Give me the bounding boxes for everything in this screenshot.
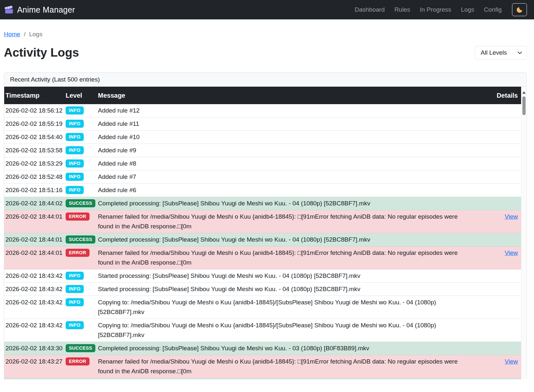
log-timestamp: 2026-02-02 18:56:12 xyxy=(4,104,64,117)
table-row: 2026-02-02 18:44:02 SUCCESS Completed pr… xyxy=(4,197,521,210)
nav-link-config[interactable]: Config xyxy=(484,6,502,13)
brand-label: Anime Manager xyxy=(17,5,75,15)
view-details-link[interactable]: View xyxy=(505,358,518,365)
log-message: Started processing: [SubsPlease] Shibou … xyxy=(97,269,466,283)
table-row: 2026-02-02 18:43:27 SUCCESS Completed pr… xyxy=(4,378,521,380)
log-message: Completed processing: [SubsPlease] Shibo… xyxy=(97,378,466,380)
level-badge: SUCCESS xyxy=(66,199,95,207)
level-badge: INFO xyxy=(66,106,84,114)
table-row: 2026-02-02 18:44:01 ERROR Renamer failed… xyxy=(4,210,521,233)
logs-table: Timestamp Level Message Details 2026-02-… xyxy=(4,87,521,379)
log-message: Copying to: /media/Shibou Yuugi de Meshi… xyxy=(97,319,466,342)
clapperboard-icon xyxy=(5,5,14,14)
level-badge: INFO xyxy=(66,285,84,293)
main-content: Home / Logs Activity Logs All Levels Rec… xyxy=(0,31,534,379)
log-timestamp: 2026-02-02 18:44:01 xyxy=(4,246,64,269)
table-row: 2026-02-02 18:43:42 INFO Started process… xyxy=(4,283,521,296)
log-message: Renamer failed for /media/Shibou Yuugi d… xyxy=(97,210,466,233)
table-scrollbar[interactable] xyxy=(521,87,527,379)
table-row: 2026-02-02 18:43:30 SUCCESS Completed pr… xyxy=(4,342,521,355)
log-message: Renamer failed for /media/Shibou Yuugi d… xyxy=(97,246,466,269)
level-badge: SUCCESS xyxy=(66,344,95,352)
title-row: Activity Logs All Levels xyxy=(4,46,527,60)
log-timestamp: 2026-02-02 18:44:01 xyxy=(4,210,64,233)
log-timestamp: 2026-02-02 18:43:42 xyxy=(4,319,64,342)
table-row: 2026-02-02 18:44:01 SUCCESS Completed pr… xyxy=(4,233,521,246)
page-title: Activity Logs xyxy=(4,46,79,60)
log-timestamp: 2026-02-02 18:53:58 xyxy=(4,144,64,157)
table-row: 2026-02-02 18:56:12 INFO Added rule #12 xyxy=(4,104,521,117)
nav-link-dashboard[interactable]: Dashboard xyxy=(355,6,385,13)
breadcrumb-home-link[interactable]: Home xyxy=(4,31,20,38)
level-badge: ERROR xyxy=(66,212,90,221)
level-badge: INFO xyxy=(66,186,84,194)
log-timestamp: 2026-02-02 18:43:30 xyxy=(4,342,64,355)
nav-link-rules[interactable]: Rules xyxy=(394,6,410,13)
log-message: Started processing: [SubsPlease] Shibou … xyxy=(97,283,466,296)
table-row: 2026-02-02 18:43:42 INFO Started process… xyxy=(4,269,521,283)
log-timestamp: 2026-02-02 18:55:19 xyxy=(4,117,64,131)
level-badge: INFO xyxy=(66,321,84,329)
table-row: 2026-02-02 18:54:40 INFO Added rule #10 xyxy=(4,131,521,144)
log-message: Added rule #8 xyxy=(97,157,466,170)
log-timestamp: 2026-02-02 18:43:42 xyxy=(4,296,64,319)
view-details-link[interactable]: View xyxy=(505,213,518,220)
nav-link-in-progress[interactable]: In Progress xyxy=(420,6,451,13)
level-badge: INFO xyxy=(66,133,84,141)
log-timestamp: 2026-02-02 18:51:16 xyxy=(4,184,64,197)
table-row: 2026-02-02 18:44:01 ERROR Renamer failed… xyxy=(4,246,521,269)
table-header-row: Timestamp Level Message Details xyxy=(4,87,521,104)
level-badge: INFO xyxy=(66,173,84,181)
table-row: 2026-02-02 18:53:29 INFO Added rule #8 xyxy=(4,157,521,170)
log-message: Completed processing: [SubsPlease] Shibo… xyxy=(97,233,466,246)
table-row: 2026-02-02 18:43:42 INFO Copying to: /me… xyxy=(4,296,521,319)
level-badge: INFO xyxy=(66,272,84,280)
brand[interactable]: Anime Manager xyxy=(5,5,75,15)
level-badge: INFO xyxy=(66,146,84,154)
log-timestamp: 2026-02-02 18:54:40 xyxy=(4,131,64,144)
table-scroll-area: Timestamp Level Message Details 2026-02-… xyxy=(4,87,527,379)
log-timestamp: 2026-02-02 18:43:27 xyxy=(4,355,64,378)
log-message: Added rule #11 xyxy=(97,117,466,131)
log-timestamp: 2026-02-02 18:52:48 xyxy=(4,170,64,184)
table-row: 2026-02-02 18:53:58 INFO Added rule #9 xyxy=(4,144,521,157)
nav-link-logs[interactable]: Logs xyxy=(461,6,474,13)
level-badge: INFO xyxy=(66,120,84,128)
card-header: Recent Activity (Last 500 entries) xyxy=(4,72,527,87)
breadcrumb-current: Logs xyxy=(29,31,42,38)
chevron-down-icon xyxy=(517,50,522,55)
breadcrumb: Home / Logs xyxy=(4,31,527,38)
navbar: Anime Manager Dashboard Rules In Progres… xyxy=(0,0,534,19)
level-badge: ERROR xyxy=(66,357,90,365)
log-timestamp: 2026-02-02 18:43:27 xyxy=(4,378,64,380)
column-header-level: Level xyxy=(64,87,97,104)
level-filter-select[interactable]: All Levels xyxy=(475,46,527,60)
scrollbar-thumb[interactable] xyxy=(522,96,526,115)
log-timestamp: 2026-02-02 18:44:01 xyxy=(4,233,64,246)
column-header-details: Details xyxy=(466,87,521,104)
view-details-link[interactable]: View xyxy=(505,249,518,256)
level-badge: ERROR xyxy=(66,249,90,257)
activity-card: Recent Activity (Last 500 entries) Times… xyxy=(4,72,527,379)
table-row: 2026-02-02 18:43:27 ERROR Renamer failed… xyxy=(4,355,521,378)
log-message: Completed processing: [SubsPlease] Shibo… xyxy=(97,342,466,355)
breadcrumb-separator: / xyxy=(24,31,26,38)
log-timestamp: 2026-02-02 18:44:02 xyxy=(4,197,64,210)
table-row: 2026-02-02 18:52:48 INFO Added rule #7 xyxy=(4,170,521,184)
table-row: 2026-02-02 18:55:19 INFO Added rule #11 xyxy=(4,117,521,131)
table-row: 2026-02-02 18:51:16 INFO Added rule #6 xyxy=(4,184,521,197)
log-timestamp: 2026-02-02 18:43:42 xyxy=(4,269,64,283)
level-filter-value: All Levels xyxy=(481,49,507,56)
table-row: 2026-02-02 18:43:42 INFO Copying to: /me… xyxy=(4,319,521,342)
level-badge: INFO xyxy=(66,159,84,168)
log-message: Added rule #12 xyxy=(97,104,466,117)
scrollbar-up-arrow-icon[interactable] xyxy=(522,91,526,94)
log-message: Added rule #9 xyxy=(97,144,466,157)
log-message: Copying to: /media/Shibou Yuugi de Meshi… xyxy=(97,296,466,319)
nav-links: Dashboard Rules In Progress Logs Config xyxy=(345,3,527,16)
theme-toggle-button[interactable] xyxy=(512,3,527,16)
moon-icon xyxy=(516,6,523,14)
column-header-message: Message xyxy=(97,87,466,104)
log-message: Completed processing: [SubsPlease] Shibo… xyxy=(97,197,466,210)
level-badge: SUCCESS xyxy=(66,235,95,244)
